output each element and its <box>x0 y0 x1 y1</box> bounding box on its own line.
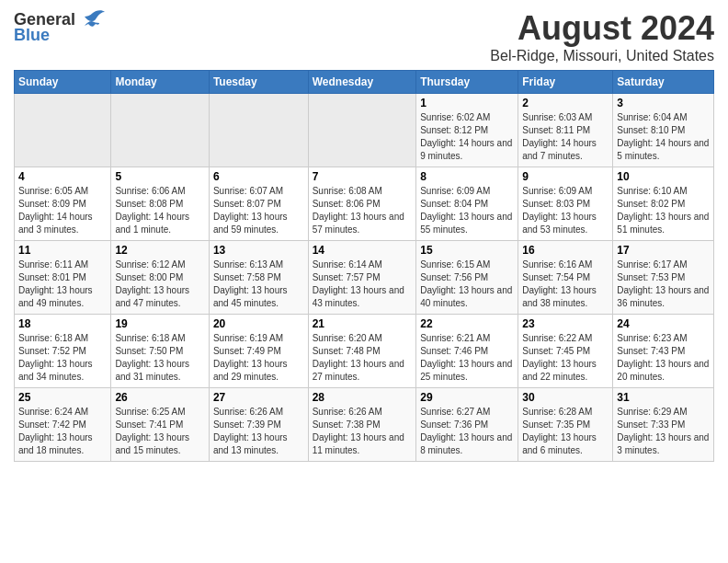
col-friday: Friday <box>518 71 613 94</box>
calendar-cell: 29Sunrise: 6:27 AMSunset: 7:36 PMDayligh… <box>416 388 518 462</box>
calendar-cell <box>15 94 111 167</box>
calendar-cell: 17Sunrise: 6:17 AMSunset: 7:53 PMDayligh… <box>613 241 714 315</box>
calendar-cell: 26Sunrise: 6:25 AMSunset: 7:41 PMDayligh… <box>111 388 209 462</box>
calendar-week-3: 11Sunrise: 6:11 AMSunset: 8:01 PMDayligh… <box>15 241 714 315</box>
day-info: Sunrise: 6:26 AMSunset: 7:39 PMDaylight:… <box>213 406 304 457</box>
sunrise-label: Sunrise: 6:15 AM <box>420 259 490 270</box>
sunset-label: Sunset: 8:07 PM <box>213 199 281 209</box>
daylight-label: Daylight: 13 hours and 20 minutes. <box>617 359 709 382</box>
daylight-label: Daylight: 13 hours and 55 minutes. <box>420 212 512 235</box>
calendar-cell: 21Sunrise: 6:20 AMSunset: 7:48 PMDayligh… <box>308 315 416 388</box>
header: General Blue August 2024 Bel-Ridge, Miss… <box>14 9 714 64</box>
sunset-label: Sunset: 7:42 PM <box>18 419 86 430</box>
calendar-cell <box>308 94 416 167</box>
daylight-label: Daylight: 13 hours and 49 minutes. <box>18 285 93 308</box>
daylight-label: Daylight: 14 hours and 5 minutes. <box>617 138 709 161</box>
page-subtitle: Bel-Ridge, Missouri, United States <box>490 48 714 64</box>
daylight-label: Daylight: 13 hours and 27 minutes. <box>313 359 404 382</box>
day-number: 24 <box>617 317 710 330</box>
calendar-cell: 24Sunrise: 6:23 AMSunset: 7:43 PMDayligh… <box>613 315 714 388</box>
sunset-label: Sunset: 7:49 PM <box>213 346 281 356</box>
sunrise-label: Sunrise: 6:12 AM <box>115 259 185 270</box>
calendar-table: Sunday Monday Tuesday Wednesday Thursday… <box>14 70 714 462</box>
daylight-label: Daylight: 13 hours and 29 minutes. <box>213 359 288 382</box>
calendar-cell: 14Sunrise: 6:14 AMSunset: 7:57 PMDayligh… <box>308 241 416 315</box>
sunset-label: Sunset: 7:46 PM <box>420 346 488 356</box>
day-info: Sunrise: 6:02 AMSunset: 8:12 PMDaylight:… <box>420 111 514 163</box>
sunrise-label: Sunrise: 6:09 AM <box>420 186 490 196</box>
calendar-cell: 20Sunrise: 6:19 AMSunset: 7:49 PMDayligh… <box>209 315 308 388</box>
calendar-cell: 31Sunrise: 6:29 AMSunset: 7:33 PMDayligh… <box>613 388 714 462</box>
day-info: Sunrise: 6:17 AMSunset: 7:53 PMDaylight:… <box>617 259 710 310</box>
day-info: Sunrise: 6:15 AMSunset: 7:56 PMDaylight:… <box>420 259 514 310</box>
day-info: Sunrise: 6:20 AMSunset: 7:48 PMDaylight:… <box>313 332 413 384</box>
daylight-label: Daylight: 13 hours and 53 minutes. <box>522 212 597 235</box>
daylight-label: Daylight: 14 hours and 1 minute. <box>115 212 189 235</box>
col-tuesday: Tuesday <box>209 71 308 94</box>
daylight-label: Daylight: 13 hours and 38 minutes. <box>522 285 597 308</box>
day-info: Sunrise: 6:14 AMSunset: 7:57 PMDaylight:… <box>313 259 413 310</box>
daylight-label: Daylight: 13 hours and 3 minutes. <box>617 432 709 455</box>
daylight-label: Daylight: 13 hours and 18 minutes. <box>18 432 93 455</box>
sunset-label: Sunset: 7:52 PM <box>18 346 86 356</box>
day-info: Sunrise: 6:26 AMSunset: 7:38 PMDaylight:… <box>313 406 413 457</box>
daylight-label: Daylight: 13 hours and 57 minutes. <box>313 212 404 235</box>
sunset-label: Sunset: 8:06 PM <box>313 199 381 209</box>
logo-bird-icon <box>79 9 107 29</box>
daylight-label: Daylight: 13 hours and 36 minutes. <box>617 285 709 308</box>
day-info: Sunrise: 6:18 AMSunset: 7:52 PMDaylight:… <box>18 332 107 384</box>
sunset-label: Sunset: 8:04 PM <box>420 199 488 209</box>
day-number: 11 <box>18 244 107 257</box>
daylight-label: Daylight: 14 hours and 9 minutes. <box>420 138 512 161</box>
header-row: Sunday Monday Tuesday Wednesday Thursday… <box>15 71 714 94</box>
calendar-cell: 7Sunrise: 6:08 AMSunset: 8:06 PMDaylight… <box>308 167 416 241</box>
sunrise-label: Sunrise: 6:27 AM <box>420 407 490 417</box>
sunset-label: Sunset: 8:03 PM <box>522 199 590 209</box>
sunrise-label: Sunrise: 6:18 AM <box>18 333 88 343</box>
sunset-label: Sunset: 8:10 PM <box>617 125 685 135</box>
day-number: 7 <box>313 170 413 183</box>
sunrise-label: Sunrise: 6:02 AM <box>420 112 490 122</box>
day-number: 9 <box>522 170 609 183</box>
sunrise-label: Sunrise: 6:04 AM <box>617 112 687 122</box>
calendar-cell: 22Sunrise: 6:21 AMSunset: 7:46 PMDayligh… <box>416 315 518 388</box>
daylight-label: Daylight: 13 hours and 11 minutes. <box>313 432 404 455</box>
daylight-label: Daylight: 13 hours and 43 minutes. <box>313 285 404 308</box>
daylight-label: Daylight: 13 hours and 59 minutes. <box>213 212 288 235</box>
day-info: Sunrise: 6:22 AMSunset: 7:45 PMDaylight:… <box>522 332 609 384</box>
sunset-label: Sunset: 7:38 PM <box>313 419 381 430</box>
day-info: Sunrise: 6:16 AMSunset: 7:54 PMDaylight:… <box>522 259 609 310</box>
day-info: Sunrise: 6:12 AMSunset: 8:00 PMDaylight:… <box>115 259 204 310</box>
day-number: 27 <box>213 391 304 404</box>
sunset-label: Sunset: 7:50 PM <box>115 346 183 356</box>
sunset-label: Sunset: 7:33 PM <box>617 419 685 430</box>
daylight-label: Daylight: 13 hours and 31 minutes. <box>115 359 189 382</box>
sunrise-label: Sunrise: 6:03 AM <box>522 112 592 122</box>
calendar-cell: 25Sunrise: 6:24 AMSunset: 7:42 PMDayligh… <box>15 388 111 462</box>
sunset-label: Sunset: 8:09 PM <box>18 199 86 209</box>
day-number: 14 <box>313 244 413 257</box>
calendar-cell <box>111 94 209 167</box>
sunrise-label: Sunrise: 6:25 AM <box>115 407 185 417</box>
sunset-label: Sunset: 7:36 PM <box>420 419 488 430</box>
day-info: Sunrise: 6:07 AMSunset: 8:07 PMDaylight:… <box>213 185 304 236</box>
sunrise-label: Sunrise: 6:28 AM <box>522 407 592 417</box>
daylight-label: Daylight: 13 hours and 34 minutes. <box>18 359 93 382</box>
day-info: Sunrise: 6:04 AMSunset: 8:10 PMDaylight:… <box>617 111 710 163</box>
day-number: 16 <box>522 244 609 257</box>
sunset-label: Sunset: 8:08 PM <box>115 199 183 209</box>
col-thursday: Thursday <box>416 71 518 94</box>
calendar-cell: 8Sunrise: 6:09 AMSunset: 8:04 PMDaylight… <box>416 167 518 241</box>
sunrise-label: Sunrise: 6:20 AM <box>313 333 382 343</box>
daylight-label: Daylight: 13 hours and 6 minutes. <box>522 432 597 455</box>
calendar-week-5: 25Sunrise: 6:24 AMSunset: 7:42 PMDayligh… <box>15 388 714 462</box>
day-number: 30 <box>522 391 609 404</box>
page-title: August 2024 <box>490 9 714 48</box>
calendar-cell: 16Sunrise: 6:16 AMSunset: 7:54 PMDayligh… <box>518 241 613 315</box>
day-info: Sunrise: 6:28 AMSunset: 7:35 PMDaylight:… <box>522 406 609 457</box>
day-number: 1 <box>420 97 514 109</box>
calendar-header: Sunday Monday Tuesday Wednesday Thursday… <box>15 71 714 94</box>
day-info: Sunrise: 6:09 AMSunset: 8:03 PMDaylight:… <box>522 185 609 236</box>
sunrise-label: Sunrise: 6:29 AM <box>617 407 687 417</box>
calendar-cell: 30Sunrise: 6:28 AMSunset: 7:35 PMDayligh… <box>518 388 613 462</box>
